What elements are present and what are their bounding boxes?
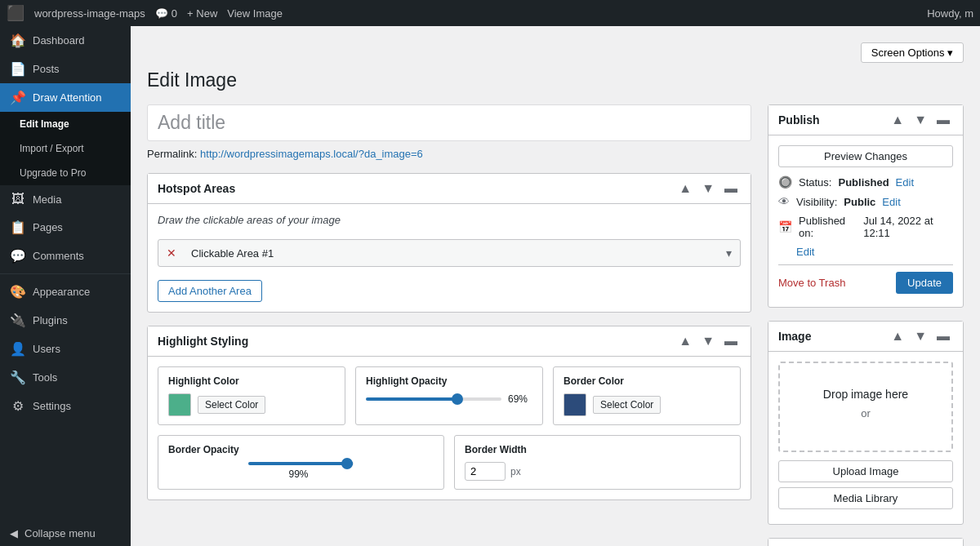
highlight-opacity-slider[interactable] (366, 397, 501, 401)
sidebar-item-import-export[interactable]: Import / Export (0, 136, 131, 161)
sidebar-divider (0, 273, 131, 274)
permalink-link[interactable]: http://wordpressimagemaps.local/?da_imag… (200, 148, 423, 160)
visibility-icon: 👁 (778, 195, 790, 208)
add-another-area-button[interactable]: Add Another Area (158, 280, 262, 302)
sidebar-item-settings[interactable]: ⚙ Settings (0, 392, 131, 420)
publish-collapse-up-button[interactable]: ▲ (888, 112, 907, 128)
collapse-menu-button[interactable]: ◀ Collapse menu (0, 521, 131, 546)
expand-area-chevron-icon[interactable]: ▾ (718, 240, 740, 266)
sidebar-item-dashboard[interactable]: 🏠 Dashboard (0, 26, 131, 55)
collapse-label: Collapse menu (24, 527, 96, 539)
hotspot-collapse-down-button[interactable]: ▼ (698, 180, 718, 197)
border-color-item: Border Color Select Color (553, 366, 741, 425)
hotspot-areas-body: Draw the clickable areas of your image ✕… (148, 204, 751, 312)
hotspot-collapse-up-button[interactable]: ▲ (675, 180, 695, 197)
upload-image-button[interactable]: Upload Image (778, 460, 953, 482)
settings-icon: ⚙ (10, 398, 26, 414)
move-to-trash-link[interactable]: Move to Trash (778, 277, 845, 289)
border-opacity-slider[interactable] (248, 462, 354, 465)
image-metabox-header: Image ▲ ▼ ▬ (768, 322, 963, 352)
or-text: or (796, 407, 935, 419)
screen-options-button[interactable]: Screen Options ▾ (861, 42, 964, 63)
main-content: Screen Options ▾ Edit Image Permalink: h… (131, 26, 980, 546)
border-color-swatch (564, 393, 586, 416)
styling-collapse-up-button[interactable]: ▲ (675, 333, 695, 349)
publish-footer: Move to Trash Update (778, 264, 953, 297)
hotspot-areas-controls: ▲ ▼ ▬ (675, 180, 741, 197)
highlight-color-row: Select Color (168, 393, 335, 416)
sidebar-item-posts[interactable]: 📄 Posts (0, 55, 131, 83)
image-metabox: Image ▲ ▼ ▬ Drop image here or Upload Im… (768, 321, 964, 525)
users-icon: 👤 (10, 341, 26, 357)
border-color-select-button[interactable]: Select Color (593, 396, 661, 414)
comments-icon: 💬 (10, 248, 26, 264)
published-edit-link[interactable]: Edit (796, 246, 814, 258)
highlight-styling-metabox: Highlight Styling ▲ ▼ ▬ Highlight Color (147, 326, 751, 500)
border-width-item: Border Width px (454, 435, 741, 490)
publish-body: Preview Changes 🔘 Status: Published Edit… (768, 135, 963, 307)
publish-metabox: Publish ▲ ▼ ▬ Preview Changes 🔘 Status: … (768, 104, 964, 308)
sidebar-item-comments[interactable]: 💬 Comments (0, 242, 131, 270)
media-library-button[interactable]: Media Library (778, 487, 953, 509)
permalink-label: Permalink: (147, 148, 197, 160)
update-button[interactable]: Update (896, 272, 953, 294)
comment-icon: 💬 (155, 7, 168, 20)
image-title: Image (778, 330, 888, 343)
highlight-opacity-label: Highlight Opacity (366, 375, 532, 387)
sidebar-item-edit-image[interactable]: Edit Image (0, 112, 131, 136)
border-opacity-item: Border Opacity 99% (158, 435, 444, 490)
draw-attention-icon: 📌 (10, 90, 26, 105)
hotspot-description: Draw the clickable areas of your image (158, 214, 741, 226)
tools-icon: 🔧 (10, 370, 26, 385)
sidebar-item-appearance[interactable]: 🎨 Appearance (0, 277, 131, 306)
sidebar-item-media[interactable]: 🖼 Media (0, 185, 131, 213)
highlight-color-select-button[interactable]: Select Color (198, 396, 265, 414)
status-edit-link[interactable]: Edit (896, 176, 914, 189)
border-width-input[interactable] (465, 462, 506, 481)
sidebar-item-upgrade-pro[interactable]: Upgrade to Pro (0, 161, 131, 185)
image-drop-zone: Drop image here or (778, 362, 953, 452)
styling-grid-top: Highlight Color Select Color Highlight O… (158, 366, 741, 425)
title-input[interactable] (147, 104, 751, 141)
sidebar-item-label: Posts (33, 63, 60, 75)
delete-area-button[interactable]: ✕ (158, 240, 185, 266)
status-icon: 🔘 (778, 175, 792, 189)
image-collapse-down-button[interactable]: ▼ (911, 328, 930, 344)
sidebar-item-users[interactable]: 👤 Users (0, 335, 131, 363)
edit-sidebar-column: Publish ▲ ▼ ▬ Preview Changes 🔘 Status: … (768, 104, 964, 546)
image-collapse-up-button[interactable]: ▲ (888, 328, 907, 344)
sidebar: 🏠 Dashboard 📄 Posts 📌 Draw Attention Edi… (0, 26, 131, 546)
preview-changes-button[interactable]: Preview Changes (778, 145, 953, 167)
comments-link[interactable]: 💬 0 (155, 7, 177, 20)
hotspot-toggle-button[interactable]: ▬ (721, 180, 741, 197)
calendar-icon: 📅 (778, 220, 792, 233)
border-opacity-label: Border Opacity (168, 444, 434, 455)
sidebar-item-pages[interactable]: 📋 Pages (0, 213, 131, 242)
new-menu[interactable]: + New (187, 7, 217, 20)
visibility-row: 👁 Visibility: Public Edit (778, 195, 953, 208)
border-color-label: Border Color (564, 375, 730, 387)
px-unit-label: px (510, 466, 521, 477)
styling-collapse-down-button[interactable]: ▼ (698, 333, 718, 349)
howdy-text: Howdy, m (927, 7, 973, 20)
styling-grid-bottom: Border Opacity 99% Border Width (158, 435, 741, 490)
visibility-edit-link[interactable]: Edit (882, 196, 900, 208)
image-toggle-button[interactable]: ▬ (933, 328, 953, 344)
sidebar-item-draw-attention[interactable]: 📌 Draw Attention (0, 83, 131, 112)
publish-collapse-down-button[interactable]: ▼ (911, 112, 930, 128)
edit-layout: Permalink: http://wordpressimagemaps.loc… (147, 104, 964, 546)
sidebar-item-label: Appearance (33, 286, 90, 298)
highlight-styling-title: Highlight Styling (158, 335, 675, 348)
publish-controls: ▲ ▼ ▬ (888, 112, 953, 128)
site-name[interactable]: wordpress-image-maps (34, 7, 145, 20)
styling-toggle-button[interactable]: ▬ (721, 333, 741, 349)
wp-logo-icon: ⬛ (7, 4, 24, 22)
status-value: Published (838, 176, 889, 189)
page-title: Edit Image (147, 69, 964, 91)
publish-toggle-button[interactable]: ▬ (933, 112, 953, 128)
sidebar-item-tools[interactable]: 🔧 Tools (0, 363, 131, 392)
view-image-link[interactable]: View Image (227, 7, 283, 20)
collapse-icon: ◀ (10, 527, 18, 539)
posts-icon: 📄 (10, 61, 26, 77)
sidebar-item-plugins[interactable]: 🔌 Plugins (0, 306, 131, 335)
